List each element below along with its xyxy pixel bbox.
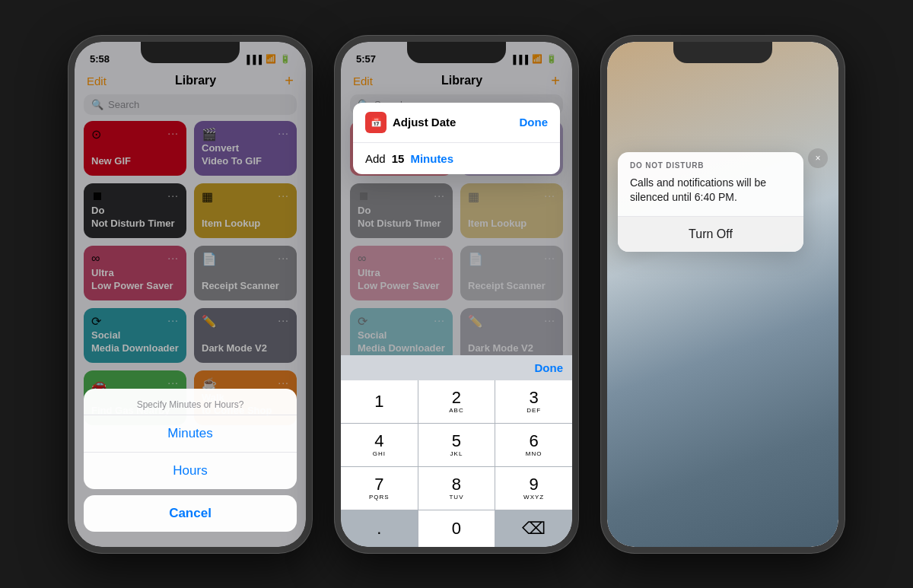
key-num: 2 xyxy=(452,389,461,406)
key-num: 5 xyxy=(452,433,461,450)
key-sub: GHI xyxy=(373,450,386,457)
phone-2-screen: 5:57 ▐▐▐ 📶 🔋 Edit Library + 🔍 Search ⊙ ·… xyxy=(341,42,572,547)
phone-1-screen: 5:58 ▐▐▐ 📶 🔋 Edit Library + 🔍 Search ⊙ ·… xyxy=(75,42,306,547)
popup-header: 📅 Adjust Date Done xyxy=(353,103,560,143)
popup-overlay-2: 📅 Adjust Date Done Add 15 Minutes Done 1… xyxy=(341,42,572,547)
numpad-key[interactable]: 2ABC xyxy=(418,380,495,423)
lock-screen: × DO NOT DISTURB Calls and notifications… xyxy=(607,42,838,547)
action-sheet-1: Specify Minutes or Hours? Minutes Hours … xyxy=(75,383,306,547)
numpad-overlay: Done 12ABC3DEF4GHI5JKL6MNO7PQRS8TUV9WXYZ… xyxy=(341,355,572,547)
key-num: 3 xyxy=(530,389,539,406)
popup-unit[interactable]: Minutes xyxy=(410,152,453,165)
key-sub: WXYZ xyxy=(523,494,544,501)
key-sub: PQRS xyxy=(369,494,390,501)
sheet-title-1: Specify Minutes or Hours? xyxy=(84,389,297,415)
action-cancel-card: Cancel xyxy=(84,495,297,532)
key-num: 7 xyxy=(374,476,383,493)
key-sub: TUV xyxy=(449,494,463,501)
action-sheet-card-1: Specify Minutes or Hours? Minutes Hours xyxy=(84,389,297,489)
popup-done-button[interactable]: Done xyxy=(520,116,549,129)
key-num: 8 xyxy=(452,476,461,493)
turn-off-button[interactable]: Turn Off xyxy=(618,217,803,252)
phone-3: × DO NOT DISTURB Calls and notifications… xyxy=(601,36,845,553)
key-num: 9 xyxy=(530,476,539,493)
numpad-key[interactable]: 6MNO xyxy=(495,424,572,466)
dnd-body: Calls and notifications will be silenced… xyxy=(618,173,803,216)
numpad-toolbar: Done xyxy=(341,355,572,380)
notch-3 xyxy=(673,42,772,63)
popup-value: 15 xyxy=(392,152,405,165)
key-sub: JKL xyxy=(450,450,463,457)
key-sub: DEF xyxy=(526,407,541,414)
popup-add-label: Add xyxy=(365,152,386,165)
numpad-key[interactable]: ⌫ xyxy=(495,510,572,547)
numpad-grid: 12ABC3DEF4GHI5JKL6MNO7PQRS8TUV9WXYZ.0⌫ xyxy=(341,380,572,547)
numpad-key[interactable]: 3DEF xyxy=(495,380,572,423)
popup-icon: 📅 xyxy=(365,112,387,133)
adjust-date-popup: 📅 Adjust Date Done Add 15 Minutes xyxy=(353,103,560,174)
minutes-button[interactable]: Minutes xyxy=(84,415,297,452)
phone-1: 5:58 ▐▐▐ 📶 🔋 Edit Library + 🔍 Search ⊙ ·… xyxy=(68,36,312,553)
numpad-key[interactable]: 0 xyxy=(418,510,495,547)
numpad-key[interactable]: 4GHI xyxy=(341,424,418,466)
key-sub: ABC xyxy=(449,407,463,414)
numpad-key[interactable]: 5JKL xyxy=(418,424,495,466)
phone-3-screen: × DO NOT DISTURB Calls and notifications… xyxy=(607,42,838,547)
dnd-header: DO NOT DISTURB xyxy=(618,152,803,173)
numpad-key[interactable]: 7PQRS xyxy=(341,467,418,510)
dnd-close-button[interactable]: × xyxy=(808,148,828,168)
key-num: 4 xyxy=(374,433,383,450)
key-num: 0 xyxy=(452,520,461,537)
key-num: . xyxy=(377,520,381,537)
key-num: ⌫ xyxy=(522,520,546,537)
numpad-key[interactable]: 8TUV xyxy=(418,467,495,510)
numpad-key[interactable]: 9WXYZ xyxy=(495,467,572,510)
key-num: 6 xyxy=(530,433,539,450)
popup-row: Add 15 Minutes xyxy=(353,143,560,174)
numpad-done-button[interactable]: Done xyxy=(535,361,564,374)
key-num: 1 xyxy=(374,393,383,410)
numpad-key[interactable]: . xyxy=(341,510,418,547)
numpad-key[interactable]: 1 xyxy=(341,380,418,423)
hours-button[interactable]: Hours xyxy=(84,453,297,489)
phone-2: 5:57 ▐▐▐ 📶 🔋 Edit Library + 🔍 Search ⊙ ·… xyxy=(335,36,578,553)
key-sub: MNO xyxy=(526,450,542,457)
popup-title: Adjust Date xyxy=(393,116,456,129)
cancel-button[interactable]: Cancel xyxy=(84,495,297,532)
dnd-card: DO NOT DISTURB Calls and notifications w… xyxy=(618,152,803,252)
